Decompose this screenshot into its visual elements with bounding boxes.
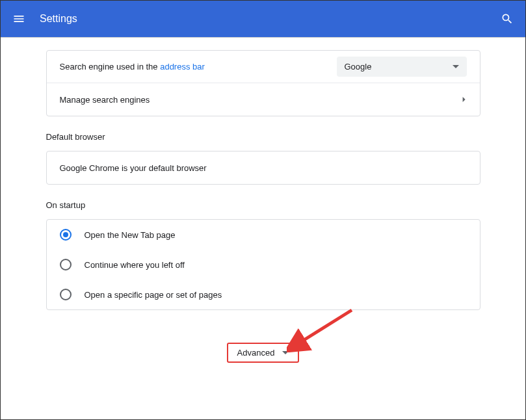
advanced-section: Advanced: [1, 343, 525, 363]
default-browser-row: Google Chrome is your default browser: [47, 151, 480, 184]
radio-icon: [60, 289, 72, 300]
svg-line-1: [300, 310, 352, 343]
advanced-button[interactable]: Advanced: [227, 343, 300, 363]
startup-option-specific[interactable]: Open a specific page or set of pages: [47, 280, 480, 309]
chevron-down-icon: [282, 350, 289, 356]
default-browser-card: Google Chrome is your default browser: [46, 151, 480, 185]
address-bar-link[interactable]: address bar: [160, 62, 205, 72]
settings-content[interactable]: Search engine used in the address bar Go…: [1, 37, 525, 419]
search-engine-select[interactable]: Google: [337, 57, 467, 77]
default-browser-status: Google Chrome is your default browser: [60, 163, 207, 173]
default-browser-title: Default browser: [46, 132, 480, 151]
radio-icon: [60, 229, 72, 241]
search-engine-label: Search engine used in the address bar: [60, 62, 337, 72]
startup-card: Open the New Tab page Continue where you…: [46, 219, 480, 310]
startup-section: On startup Open the New Tab page Continu…: [46, 200, 480, 310]
app-header: Settings: [1, 1, 525, 37]
startup-option-new-tab[interactable]: Open the New Tab page: [47, 220, 480, 250]
startup-option-label: Continue where you left off: [85, 260, 185, 270]
page-title: Settings: [40, 13, 499, 25]
startup-title: On startup: [46, 200, 480, 219]
search-icon[interactable]: [499, 11, 515, 27]
startup-option-label: Open a specific page or set of pages: [85, 290, 222, 300]
default-browser-section: Default browser Google Chrome is your de…: [46, 132, 480, 185]
search-engine-card: Search engine used in the address bar Go…: [46, 50, 480, 116]
chevron-down-icon: [453, 64, 459, 70]
startup-option-label: Open the New Tab page: [85, 230, 176, 240]
menu-icon[interactable]: [11, 11, 27, 27]
advanced-label: Advanced: [237, 348, 275, 358]
search-engine-section: Search engine used in the address bar Go…: [46, 50, 480, 116]
manage-search-engines-row[interactable]: Manage search engines: [47, 83, 480, 116]
startup-option-continue[interactable]: Continue where you left off: [47, 250, 480, 280]
search-engine-label-text: Search engine used in the: [60, 62, 161, 72]
radio-icon: [60, 259, 72, 270]
chevron-right-icon: [462, 97, 467, 102]
search-engine-row: Search engine used in the address bar Go…: [47, 51, 480, 83]
manage-search-engines-label: Manage search engines: [60, 95, 462, 105]
search-engine-selected-value: Google: [345, 62, 372, 72]
